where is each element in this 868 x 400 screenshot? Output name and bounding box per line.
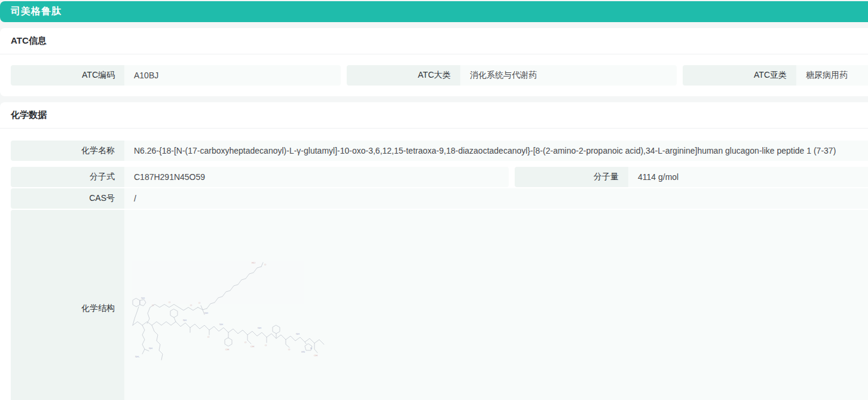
- chemical-structure-image: HO O O NH O O O NH NH NH NH: [129, 259, 332, 361]
- atom-label: O: [288, 348, 291, 351]
- molecular-formula-value: C187H291N45O59: [124, 167, 509, 187]
- atc-subclass-label: ATC亚类: [683, 65, 796, 86]
- atom-label: NH₂: [159, 361, 164, 361]
- chemical-structure-label: 化学结构: [11, 210, 124, 400]
- field-atc-code: ATC编码 A10BJ: [11, 65, 341, 86]
- chemical-structure-value: HO O O NH O O O NH NH NH NH: [124, 210, 868, 400]
- atom-label: OH: [225, 348, 229, 351]
- cas-number-value: /: [124, 188, 868, 209]
- atom-label: NH: [258, 326, 261, 329]
- formula-weight-row: 分子式 C187H291N45O59 分子量 4114 g/mol: [11, 167, 868, 187]
- field-molecular-weight: 分子量 4114 g/mol: [515, 167, 868, 187]
- field-cas-number: CAS号 /: [11, 188, 868, 209]
- atc-code-label: ATC编码: [11, 65, 124, 86]
- chemical-name-label: 化学名称: [11, 141, 124, 161]
- atom-label: OH: [250, 345, 254, 348]
- drug-title-bar: 司美格鲁肽: [0, 1, 868, 22]
- atom-label: NH: [141, 297, 145, 300]
- atom-label: O: [244, 341, 247, 344]
- atom-label: N: [310, 347, 312, 350]
- atc-subclass-value: 糖尿病用药: [796, 65, 868, 86]
- field-atc-subclass: ATC亚类 糖尿病用药: [683, 65, 868, 86]
- drug-detail-page: 司美格鲁肽 ATC信息 ATC编码 A10BJ ATC大类 消化系统与代谢药 A…: [0, 0, 868, 400]
- atom-label: O: [264, 263, 267, 266]
- molecular-weight-label: 分子量: [515, 167, 628, 187]
- atom-label: O: [265, 344, 267, 347]
- chem-section-title: 化学数据: [0, 102, 868, 129]
- field-atc-class: ATC大类 消化系统与代谢药: [347, 65, 677, 86]
- chem-section-body: 化学名称 N6.26-{18-[N-(17-carboxyheptadecano…: [0, 129, 868, 400]
- atc-section-title: ATC信息: [0, 28, 868, 54]
- cas-number-label: CAS号: [11, 188, 124, 209]
- atom-label: O: [207, 335, 210, 338]
- field-molecular-formula: 分子式 C187H291N45O59: [11, 167, 509, 187]
- atc-class-value: 消化系统与代谢药: [460, 65, 677, 86]
- atom-label: NH: [296, 332, 299, 335]
- molecular-formula-label: 分子式: [11, 167, 124, 187]
- atom-label: OH: [314, 354, 317, 357]
- chemical-name-row: 化学名称 N6.26-{18-[N-(17-carboxyheptadecano…: [11, 141, 868, 161]
- atom-label: O: [198, 301, 201, 304]
- atom-label: NH₂: [135, 355, 140, 358]
- atc-info-card: ATC信息 ATC编码 A10BJ ATC大类 消化系统与代谢药 ATC亚类 糖…: [0, 28, 868, 96]
- atom-label: HO: [252, 261, 256, 264]
- atc-fields-row: ATC编码 A10BJ ATC大类 消化系统与代谢药 ATC亚类 糖尿病用药: [11, 65, 868, 86]
- field-chemical-structure: 化学结构: [11, 210, 868, 400]
- atom-label: NH: [183, 319, 187, 322]
- field-chemical-name: 化学名称 N6.26-{18-[N-(17-carboxyheptadecano…: [11, 141, 868, 161]
- atom-label: HN: [301, 350, 305, 353]
- atom-label: NH: [219, 323, 223, 326]
- atom-label: NH: [149, 347, 152, 350]
- atc-class-label: ATC大类: [347, 65, 460, 86]
- atom-label: O: [152, 304, 154, 307]
- atom-label: NH: [204, 312, 208, 314]
- chemical-data-card: 化学数据 化学名称 N6.26-{18-[N-(17-carboxyheptad…: [0, 102, 868, 400]
- atom-label: O: [169, 301, 171, 304]
- drug-name-title: 司美格鲁肽: [11, 5, 62, 18]
- chemical-name-value: N6.26-{18-[N-(17-carboxyheptadecanoyl)-L…: [124, 141, 868, 161]
- cas-row: CAS号 /: [11, 188, 868, 209]
- atc-section-body: ATC编码 A10BJ ATC大类 消化系统与代谢药 ATC亚类 糖尿病用药: [0, 54, 868, 96]
- molecular-weight-value: 4114 g/mol: [628, 167, 868, 187]
- structure-row: 化学结构: [11, 210, 868, 400]
- atom-label: O: [190, 304, 192, 307]
- atc-code-value: A10BJ: [124, 65, 341, 86]
